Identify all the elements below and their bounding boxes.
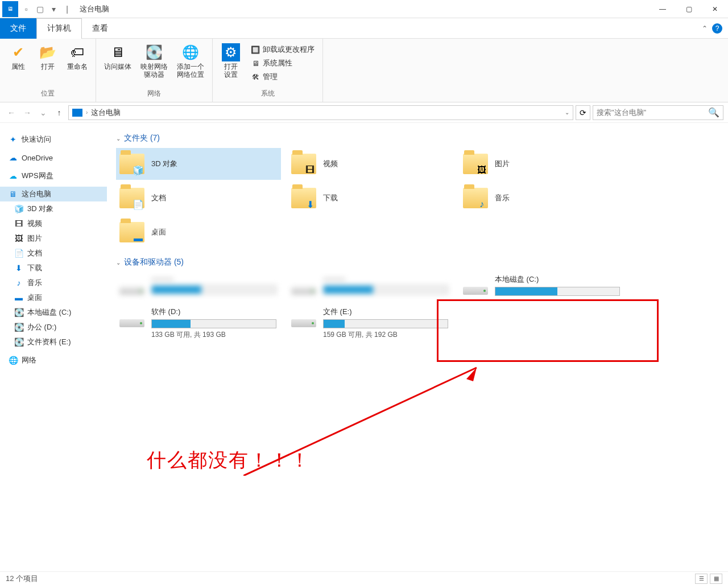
drive-d[interactable]: 软件 (D:) 133 GB 可用, 共 193 GB: [116, 304, 281, 342]
download-icon: ⬇: [304, 198, 316, 211]
sidebar-item-3d-objects[interactable]: 🧊 3D 对象: [0, 201, 107, 216]
collapse-ribbon-icon[interactable]: ⌃: [702, 24, 708, 32]
search-icon[interactable]: 🔍: [708, 107, 719, 118]
folder-downloads[interactable]: ⬇ 下载: [288, 182, 453, 214]
open-button[interactable]: 📂 打开: [34, 41, 61, 73]
annotation-text: 什么都没有！！！: [147, 447, 311, 473]
cube-icon: 🧊: [14, 204, 24, 214]
back-button[interactable]: ←: [5, 106, 18, 120]
cloud-icon: ☁: [8, 171, 18, 181]
content-area: ✦ 快速访问 ☁ OneDrive ☁ WPS网盘 🖥 这台电脑 🧊 3D 对象…: [0, 123, 728, 571]
access-media-button[interactable]: 🖥 访问媒体: [101, 41, 135, 73]
open-folder-icon: 📂: [39, 43, 57, 61]
sidebar-item-network[interactable]: 🌐 网络: [0, 353, 107, 368]
minimize-button[interactable]: —: [650, 0, 676, 18]
sidebar-item-office-d[interactable]: 💽 办公 (D:): [0, 320, 107, 335]
music-icon: ♪: [14, 278, 24, 288]
address-bar: ← → ⌄ ↑ › 这台电脑 ⌄ ⟳ 🔍: [0, 102, 728, 123]
add-location-button[interactable]: 🌐 添加一个 网络位置: [173, 41, 208, 81]
uninstall-button[interactable]: 🔲 卸载或更改程序: [248, 43, 317, 56]
close-button[interactable]: ✕: [702, 0, 728, 18]
drive-blurred-2[interactable]: ———: [288, 272, 453, 300]
ribbon-group-network: 🖥 访问媒体 💽 映射网络 驱动器 🌐 添加一个 网络位置 网络: [96, 39, 213, 102]
ribbon-group-location: ✔ 属性 📂 打开 🏷 重命名 位置: [0, 39, 96, 102]
breadcrumb[interactable]: 这台电脑: [91, 108, 121, 118]
section-devices-header[interactable]: ⌄ 设备和驱动器 (5): [116, 257, 719, 267]
up-button[interactable]: ↑: [52, 106, 66, 120]
pc-icon: 🖥: [8, 189, 18, 199]
folder-documents[interactable]: 📄 文档: [116, 182, 281, 214]
video-icon: 🎞: [304, 164, 316, 176]
drive-blurred-1[interactable]: ———: [116, 272, 281, 300]
folder-desktop[interactable]: ▬ 桌面: [116, 216, 281, 248]
status-item-count: 12 个项目: [6, 574, 38, 584]
chevron-down-icon: ⌄: [116, 135, 121, 142]
document-icon: 📄: [132, 198, 144, 211]
sidebar-item-documents[interactable]: 📄 文档: [0, 246, 107, 261]
tab-computer[interactable]: 计算机: [36, 18, 82, 39]
sidebar-item-local-c[interactable]: 💽 本地磁盘 (C:): [0, 305, 107, 320]
drive-e[interactable]: 文件 (E:) 159 GB 可用, 共 192 GB: [288, 304, 453, 342]
document-icon: 📄: [14, 248, 24, 258]
sidebar-item-desktop[interactable]: ▬ 桌面: [0, 290, 107, 305]
drive-c[interactable]: 本地磁盘 (C:): [460, 272, 624, 300]
sidebar-item-files-e[interactable]: 💽 文件资料 (E:): [0, 335, 107, 349]
folder-3d-objects[interactable]: 🧊 3D 对象: [116, 148, 281, 180]
media-server-icon: 🖥: [109, 43, 127, 61]
rename-icon: 🏷: [68, 43, 86, 61]
globe-icon: 🌐: [181, 43, 200, 61]
sidebar-item-downloads[interactable]: ⬇ 下载: [0, 261, 107, 275]
rename-button[interactable]: 🏷 重命名: [64, 41, 91, 73]
ribbon: ✔ 属性 📂 打开 🏷 重命名 位置 🖥 访问媒体 💽 映射网络 驱动器: [0, 39, 728, 102]
address-field[interactable]: › 这台电脑 ⌄: [68, 105, 573, 120]
drive-icon: 💽: [145, 43, 163, 61]
sidebar-item-this-pc[interactable]: 🖥 这台电脑: [0, 187, 107, 201]
ribbon-group-system: ⚙ 打开 设置 🔲 卸载或更改程序 🖥 系统属性 🛠 管理 系统: [213, 39, 323, 102]
checkmark-icon: ✔: [9, 43, 27, 61]
app-icon: 🖥: [2, 1, 18, 17]
sidebar-item-wps[interactable]: ☁ WPS网盘: [0, 168, 107, 183]
view-details-button[interactable]: ☰: [695, 574, 708, 584]
qat-dropdown-icon[interactable]: ▾: [48, 3, 59, 15]
download-icon: ⬇: [14, 263, 24, 273]
view-icons-button[interactable]: ▦: [710, 574, 722, 584]
address-dropdown-icon[interactable]: ⌄: [565, 109, 569, 116]
annotation-box: [437, 299, 659, 362]
folder-pictures[interactable]: 🖼 图片: [460, 148, 624, 180]
search-input[interactable]: [597, 108, 705, 117]
tab-file[interactable]: 文件: [0, 18, 36, 39]
folder-music[interactable]: ♪ 音乐: [460, 182, 624, 214]
help-icon[interactable]: ?: [712, 23, 722, 34]
sidebar-item-music[interactable]: ♪ 音乐: [0, 275, 107, 290]
map-drive-button[interactable]: 💽 映射网络 驱动器: [137, 41, 171, 81]
network-icon: 🌐: [8, 355, 18, 365]
section-folders-header[interactable]: ⌄ 文件夹 (7): [116, 133, 719, 143]
drive-icon: 💽: [14, 322, 24, 332]
system-icon: 🖥: [250, 58, 260, 68]
tab-view[interactable]: 查看: [82, 18, 118, 39]
sidebar-item-onedrive[interactable]: ☁ OneDrive: [0, 150, 107, 165]
chevron-down-icon: ⌄: [116, 259, 121, 266]
gear-icon: ⚙: [222, 43, 240, 61]
folder-videos[interactable]: 🎞 视频: [288, 148, 453, 180]
manage-button[interactable]: 🛠 管理: [248, 71, 317, 83]
sidebar-item-videos[interactable]: 🎞 视频: [0, 216, 107, 231]
cloud-icon: ☁: [8, 153, 18, 163]
search-field[interactable]: 🔍: [593, 105, 723, 120]
cube-icon: 🧊: [132, 164, 144, 176]
chevron-right-icon: ›: [86, 109, 88, 116]
sidebar-item-pictures[interactable]: 🖼 图片: [0, 231, 107, 246]
forward-button[interactable]: →: [20, 106, 34, 120]
desktop-icon: ▬: [132, 232, 144, 245]
open-settings-button[interactable]: ⚙ 打开 设置: [217, 41, 245, 81]
sidebar-item-quick-access[interactable]: ✦ 快速访问: [0, 132, 107, 147]
window-title: 这台电脑: [80, 4, 109, 14]
qat-new-folder-icon[interactable]: ▫: [20, 3, 32, 15]
properties-button[interactable]: ✔ 属性: [5, 41, 32, 73]
recent-dropdown[interactable]: ⌄: [36, 106, 50, 120]
refresh-button[interactable]: ⟳: [576, 105, 590, 120]
system-props-button[interactable]: 🖥 系统属性: [248, 57, 317, 69]
maximize-button[interactable]: ▢: [676, 0, 702, 18]
pc-icon: [72, 109, 82, 117]
qat-properties-icon[interactable]: ▢: [34, 3, 46, 15]
